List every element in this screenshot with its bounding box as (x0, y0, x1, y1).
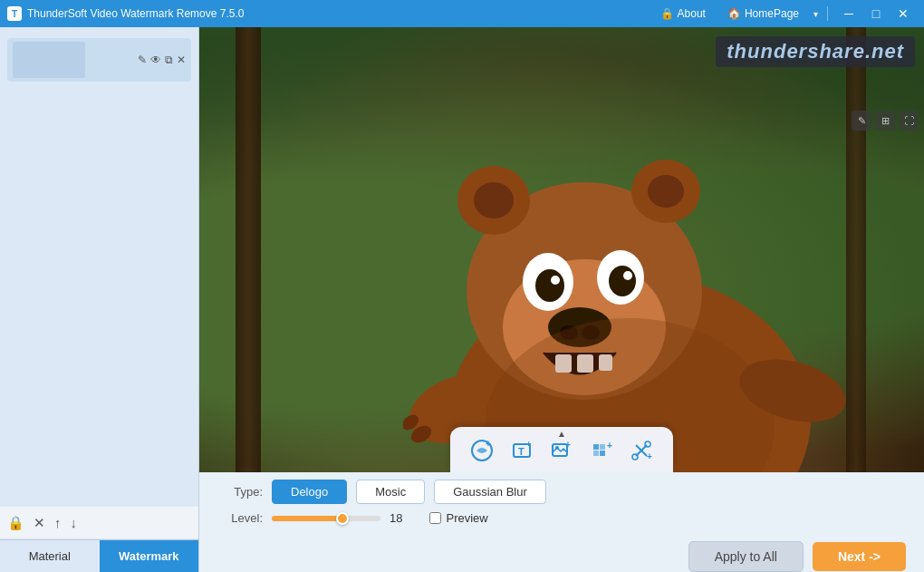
type-label: Type: (217, 485, 263, 499)
floating-toolbar: + T + ▲ (450, 427, 673, 472)
maximize-button[interactable]: □ (862, 0, 890, 27)
level-slider[interactable] (272, 516, 380, 521)
preview-label[interactable]: Preview (446, 511, 487, 525)
delogo-add-button[interactable]: + (463, 432, 501, 469)
svg-rect-33 (600, 444, 605, 450)
video-icon-pencil[interactable]: ✎ (852, 111, 871, 131)
svg-text:+: + (607, 441, 612, 451)
text-add-button[interactable]: T + (503, 432, 541, 469)
lock-button[interactable]: 🔒 (7, 515, 24, 531)
svg-rect-32 (593, 444, 599, 450)
move-down-button[interactable]: ↓ (71, 515, 78, 530)
svg-point-30 (555, 446, 559, 450)
material-tab[interactable]: Material (0, 540, 100, 572)
nav-buttons: 🔒 About 🏠 HomePage ▾ ─ □ ✕ (651, 0, 917, 27)
homepage-label: HomePage (745, 7, 799, 20)
svg-text:+: + (526, 440, 531, 449)
video-icon-expand[interactable]: ⛶ (899, 111, 919, 131)
bottom-controls: Type: Delogo Mosic Gaussian Blur Level: … (199, 472, 924, 534)
apply-to-all-button[interactable]: Apply to All (688, 541, 804, 572)
svg-text:+: + (565, 440, 571, 450)
sidebar: ✎ 👁 ⧉ ✕ 🔒 ✕ ↑ ↓ Material Watermark (0, 27, 199, 572)
nav-dropdown-arrow[interactable]: ▾ (813, 9, 818, 19)
bear-figure (403, 128, 856, 472)
level-value: 18 (390, 511, 402, 525)
svg-point-10 (609, 266, 636, 296)
next-button[interactable]: Next -> (813, 542, 906, 571)
video-player: thundershare.net ✎ ⊞ ⛶ + (199, 27, 924, 472)
titlebar-divider (827, 6, 828, 21)
layer-eye-icon[interactable]: 👁 (150, 53, 161, 66)
window-controls: ─ □ ✕ (835, 0, 917, 27)
svg-point-11 (551, 276, 560, 285)
type-mosic-button[interactable]: Mosic (356, 480, 425, 504)
type-row: Type: Delogo Mosic Gaussian Blur (217, 480, 906, 504)
sidebar-tabs: Material Watermark (0, 539, 198, 572)
video-icon-image[interactable]: ⊞ (875, 111, 895, 131)
svg-rect-34 (593, 451, 599, 456)
svg-text:+: + (486, 439, 491, 449)
content-area: thundershare.net ✎ ⊞ ⛶ + (199, 27, 924, 572)
home-icon: 🏠 (727, 7, 741, 20)
watermark-tab[interactable]: Watermark (100, 540, 199, 572)
layer-icons: ✎ 👁 ⧉ ✕ (138, 53, 186, 66)
level-label: Level: (217, 511, 263, 525)
watermark-overlay: thundershare.net (716, 36, 915, 67)
move-up-button[interactable]: ↑ (54, 515, 62, 530)
video-top-icons: ✎ ⊞ ⛶ (852, 111, 919, 131)
app-title: ThunderSoft Video Watermark Remove 7.5.0 (27, 7, 651, 20)
type-delogo-button[interactable]: Delogo (272, 480, 347, 504)
svg-rect-35 (600, 451, 605, 456)
about-button[interactable]: 🔒 About (651, 5, 715, 22)
action-row: Apply to All Next -> (199, 534, 924, 572)
mosaic-add-button[interactable]: + (582, 432, 621, 469)
app-icon: T (7, 6, 22, 21)
type-gaussian-button[interactable]: Gaussian Blur (434, 480, 546, 504)
level-row: Level: 18 Preview (217, 511, 906, 525)
about-label: About (678, 7, 706, 20)
minimize-button[interactable]: ─ (835, 0, 862, 27)
svg-text:T: T (518, 446, 525, 457)
svg-point-38 (645, 441, 650, 447)
homepage-button[interactable]: 🏠 HomePage (718, 5, 808, 22)
layer-copy-icon[interactable]: ⧉ (165, 53, 173, 66)
svg-point-12 (623, 271, 632, 280)
svg-point-37 (632, 454, 638, 460)
video-content: thundershare.net ✎ ⊞ ⛶ + (199, 27, 924, 472)
lock-icon: 🔒 (660, 7, 674, 20)
titlebar: T ThunderSoft Video Watermark Remove 7.5… (0, 0, 924, 27)
level-slider-thumb[interactable] (336, 512, 349, 525)
svg-point-9 (535, 269, 564, 302)
preview-checkbox[interactable] (429, 512, 441, 524)
tree-trunk-left (236, 27, 261, 472)
layer-close-icon[interactable]: ✕ (177, 53, 186, 66)
main-layout: ✎ 👁 ⧉ ✕ 🔒 ✕ ↑ ↓ Material Watermark (0, 27, 924, 572)
layer-edit-icon[interactable]: ✎ (138, 53, 147, 66)
layer-item[interactable]: ✎ 👁 ⧉ ✕ (7, 38, 191, 82)
lock-row: 🔒 ✕ ↑ ↓ (0, 507, 198, 539)
delete-layer-button[interactable]: ✕ (34, 515, 45, 531)
image-add-button[interactable]: + (543, 432, 581, 469)
svg-text:+: + (647, 451, 652, 461)
svg-point-3 (474, 182, 514, 218)
preview-check: Preview (429, 511, 487, 525)
svg-point-5 (648, 175, 684, 208)
mask-add-button[interactable]: + (622, 432, 660, 469)
layer-preview (13, 42, 85, 78)
close-button[interactable]: ✕ (890, 0, 917, 27)
